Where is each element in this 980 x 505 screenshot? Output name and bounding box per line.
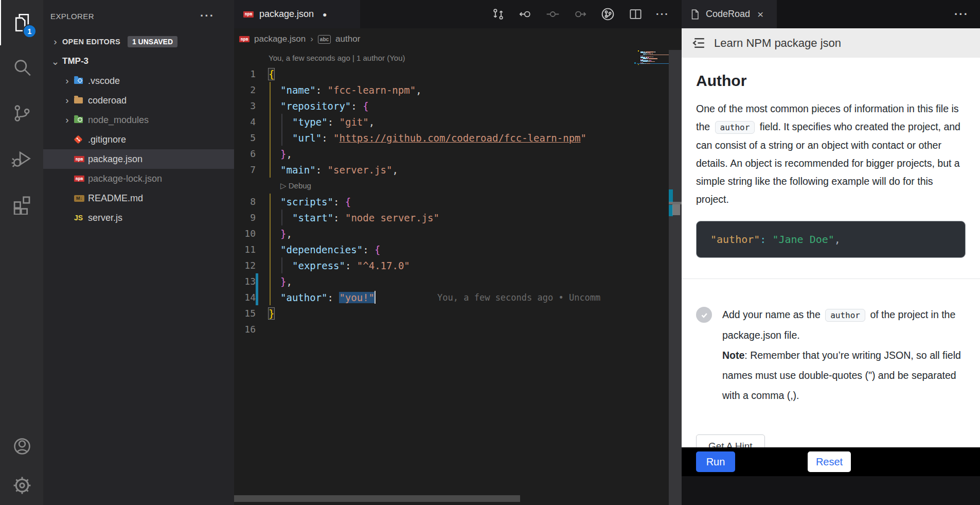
line-content: "author": "you!"You, a few seconds ago •… bbox=[269, 289, 637, 305]
code-line[interactable]: 13}, bbox=[234, 273, 637, 289]
code-token: : bbox=[760, 233, 772, 246]
code-line[interactable]: 3"repository": { bbox=[234, 98, 637, 114]
tab-coderoad[interactable]: CodeRoad × bbox=[682, 0, 777, 28]
breadcrumb-file[interactable]: package.json bbox=[254, 34, 306, 44]
codelens-row[interactable]: You, a few seconds ago | 1 author (You) bbox=[234, 50, 637, 66]
code-line[interactable]: 16 bbox=[234, 321, 637, 337]
js-icon: JS bbox=[74, 214, 88, 222]
file-row-.vscode[interactable]: ›.vscode bbox=[43, 71, 234, 91]
file-row-coderoad[interactable]: ›coderoad bbox=[43, 91, 234, 110]
previous-change-icon[interactable] bbox=[519, 7, 532, 21]
code-line[interactable]: 12"express": "^4.17.0" bbox=[234, 257, 637, 273]
reset-button[interactable]: Reset bbox=[808, 451, 851, 472]
code-line[interactable]: 8"scripts": { bbox=[234, 194, 637, 210]
indent-guide bbox=[270, 241, 271, 257]
next-change-icon[interactable] bbox=[573, 7, 587, 21]
more-actions-icon[interactable]: ··· bbox=[200, 9, 215, 23]
file-row-package-lock.json[interactable]: npmpackage-lock.json bbox=[43, 169, 234, 188]
token: : bbox=[363, 244, 375, 255]
split-editor-icon[interactable] bbox=[629, 7, 643, 21]
file-name: README.md bbox=[88, 193, 143, 204]
code-line[interactable]: 14"author": "you!"You, a few seconds ago… bbox=[234, 289, 637, 305]
coderoad-panel: CodeRoad × ··· Learn NPM package json Au… bbox=[682, 0, 980, 505]
line-content: "type": "git", bbox=[269, 114, 637, 130]
folder-icon bbox=[74, 97, 88, 103]
codelens-text[interactable]: ▷ Debug bbox=[280, 181, 311, 190]
run-button[interactable]: Run bbox=[696, 451, 735, 472]
sidebar-title: EXPLORER bbox=[50, 12, 94, 21]
token: "node server.js" bbox=[345, 212, 439, 223]
breadcrumb-symbol[interactable]: author bbox=[335, 34, 360, 44]
token: "scripts" bbox=[280, 196, 333, 207]
coderoad-webview: Learn NPM package json Author One of the… bbox=[682, 28, 980, 476]
file-row-package.json[interactable]: npmpackage.json bbox=[43, 149, 234, 169]
code-line[interactable]: 4"type": "git", bbox=[234, 114, 637, 130]
token: "fcc-learn-npm" bbox=[328, 84, 416, 96]
token: , bbox=[286, 276, 292, 287]
file-name: package.json bbox=[88, 154, 142, 165]
activity-extensions[interactable] bbox=[0, 181, 43, 227]
code-editor[interactable]: You, a few seconds ago | 1 author (You)1… bbox=[234, 50, 637, 498]
tour-icon[interactable] bbox=[600, 7, 615, 22]
chevron-right-icon: › bbox=[48, 36, 62, 47]
code-line[interactable]: 1{ bbox=[234, 66, 637, 82]
more-actions-icon[interactable]: ··· bbox=[656, 8, 669, 20]
minimap[interactable] bbox=[637, 50, 669, 66]
token: , bbox=[416, 84, 421, 96]
activity-explorer[interactable]: 1 bbox=[0, 0, 43, 45]
line-content: "scripts": { bbox=[269, 194, 637, 210]
inline-blame-annotation: You, a few seconds ago • Uncomm bbox=[437, 292, 600, 303]
code-line[interactable]: 5"url": "https://github.com/coderoad/fcc… bbox=[234, 130, 637, 146]
activity-settings[interactable] bbox=[0, 466, 43, 505]
npm-icon: npm bbox=[239, 36, 250, 42]
code-line[interactable]: 7"main": "server.js", bbox=[234, 162, 637, 178]
coderoad-tab-label: CodeRoad bbox=[706, 9, 750, 20]
scrollbar-thumb[interactable] bbox=[672, 204, 680, 215]
explorer-badge: 1 bbox=[23, 24, 37, 38]
code-line[interactable]: 11"dependencies": { bbox=[234, 241, 637, 257]
chevron-right-icon: › bbox=[60, 95, 74, 106]
open-editors-section[interactable]: › OPEN EDITORS 1 UNSAVED bbox=[43, 32, 234, 51]
close-icon[interactable]: × bbox=[757, 8, 763, 21]
file-row-server.js[interactable]: JSserver.js bbox=[43, 208, 234, 228]
activity-search[interactable] bbox=[0, 45, 43, 91]
current-change-icon[interactable] bbox=[546, 7, 560, 21]
line-content: "url": "https://github.com/coderoad/fcc-… bbox=[269, 130, 637, 146]
file-row-README.md[interactable]: M↓README.md bbox=[43, 188, 234, 208]
menu-back-icon[interactable] bbox=[690, 34, 707, 51]
code-line[interactable]: 2"name": "fcc-learn-npm", bbox=[234, 82, 637, 98]
intro-paragraph: One of the most common pieces of informa… bbox=[696, 100, 966, 208]
line-content: "start": "node server.js" bbox=[269, 210, 637, 225]
file-row-.gitignore[interactable]: .gitignore bbox=[43, 130, 234, 149]
more-actions-icon[interactable]: ··· bbox=[954, 8, 969, 21]
code-line[interactable]: 15} bbox=[234, 305, 637, 321]
file-name: package-lock.json bbox=[88, 173, 162, 184]
activity-run-debug[interactable] bbox=[0, 136, 43, 181]
codelens-row[interactable]: ▷ Debug bbox=[234, 178, 637, 194]
gutter: 2 bbox=[234, 82, 269, 98]
line-number: 8 bbox=[234, 194, 269, 210]
overview-ruler[interactable] bbox=[669, 50, 682, 505]
compare-changes-icon[interactable] bbox=[491, 7, 505, 21]
line-content: { bbox=[269, 66, 637, 82]
tab-package-json[interactable]: npm package.json ● bbox=[234, 0, 360, 28]
indent-guide bbox=[270, 289, 271, 305]
symbol-string-icon: abc bbox=[318, 35, 331, 44]
file-row-node_modules[interactable]: ›node_modules bbox=[43, 110, 234, 130]
horizontal-scrollbar-thumb[interactable] bbox=[234, 495, 520, 502]
activity-source-control[interactable] bbox=[0, 91, 43, 136]
gutter: 9 bbox=[234, 210, 269, 225]
code-line[interactable]: 10}, bbox=[234, 225, 637, 241]
token: : bbox=[333, 212, 345, 223]
code-line[interactable]: 9"start": "node server.js" bbox=[234, 210, 637, 225]
codelens-text[interactable]: You, a few seconds ago | 1 author (You) bbox=[269, 54, 405, 62]
gutter: 3 bbox=[234, 98, 269, 114]
modified-dot-icon[interactable]: ● bbox=[323, 10, 327, 19]
line-content: }, bbox=[269, 225, 637, 241]
token: https://github.com/coderoad/fcc-learn-np… bbox=[340, 132, 581, 144]
activity-accounts[interactable] bbox=[0, 427, 43, 466]
code-token: , bbox=[834, 233, 841, 246]
root-folder-row[interactable]: ⌄ TMP-3 bbox=[43, 51, 234, 71]
bold-text: Note bbox=[722, 350, 744, 361]
code-line[interactable]: 6}, bbox=[234, 146, 637, 162]
